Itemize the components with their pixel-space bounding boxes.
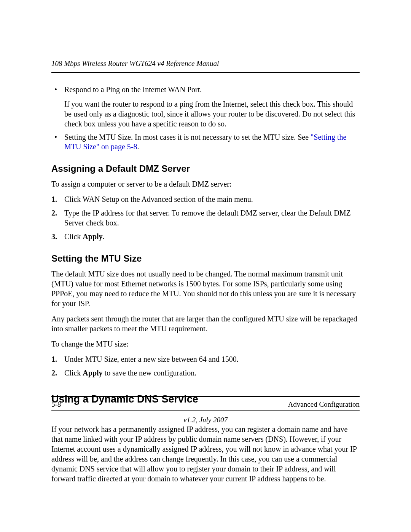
version-line: v1.2, July 2007 [51, 415, 360, 425]
step-text-lead: Click [64, 232, 83, 241]
heading-mtu: Setting the MTU Size [51, 253, 360, 264]
step-number: 1. [51, 354, 62, 364]
footer-row: 5-8 Advanced Configuration [51, 400, 360, 409]
document-page: 108 Mbps Wireless Router WGT624 v4 Refer… [0, 0, 411, 532]
step-text-tail: to save the new configuration. [103, 369, 197, 377]
list-item: 1. Under MTU Size, enter a new size betw… [51, 354, 360, 364]
lead-bullet-list: Respond to a Ping on the Internet WAN Po… [51, 85, 360, 152]
running-header: 108 Mbps Wireless Router WGT624 v4 Refer… [51, 59, 360, 73]
page-number: 5-8 [51, 400, 61, 409]
step-text-tail: . [103, 232, 105, 241]
heading-dmz: Assigning a Default DMZ Server [51, 163, 360, 174]
bullet-title: Respond to a Ping on the Internet WAN Po… [64, 85, 202, 94]
ddns-para-1: If your network has a permanently assign… [51, 424, 360, 484]
step-number: 1. [51, 194, 62, 204]
mtu-steps: 1. Under MTU Size, enter a new size betw… [51, 354, 360, 378]
list-item: Respond to a Ping on the Internet WAN Po… [51, 85, 360, 129]
section-title: Advanced Configuration [288, 400, 360, 409]
mtu-para-2: Any packets sent through the router that… [51, 314, 360, 334]
dmz-intro: To assign a computer or server to be a d… [51, 179, 360, 189]
step-text: Under MTU Size, enter a new size between… [64, 355, 239, 363]
list-item: 1. Click WAN Setup on the Advanced secti… [51, 194, 360, 204]
step-number: 2. [51, 208, 62, 218]
dmz-steps: 1. Click WAN Setup on the Advanced secti… [51, 194, 360, 241]
bullet-tail-text: . [137, 142, 139, 151]
step-text-bold: Apply [83, 369, 102, 377]
step-text: Click WAN Setup on the Advanced section … [64, 195, 253, 203]
list-item: 3. Click Apply. [51, 232, 360, 241]
mtu-para-1: The default MTU size does not usually ne… [51, 269, 360, 308]
bullet-body: If you want the router to respond to a p… [64, 99, 360, 129]
step-number: 2. [51, 368, 62, 378]
list-item: 2. Type the IP address for that server. … [51, 208, 360, 228]
step-number: 3. [51, 232, 62, 241]
list-item: Setting the MTU Size. In most cases it i… [51, 133, 360, 152]
step-text-bold: Apply [83, 232, 102, 241]
step-text: Type the IP address for that server. To … [64, 209, 351, 227]
footer-rule [51, 396, 360, 397]
mtu-para-3: To change the MTU size: [51, 339, 360, 349]
list-item: 2. Click Apply to save the new configura… [51, 368, 360, 378]
page-footer: 5-8 Advanced Configuration v1.2, July 20… [51, 396, 360, 425]
bullet-lead-text: Setting the MTU Size. In most cases it i… [64, 133, 311, 141]
step-text-lead: Click [64, 369, 83, 377]
